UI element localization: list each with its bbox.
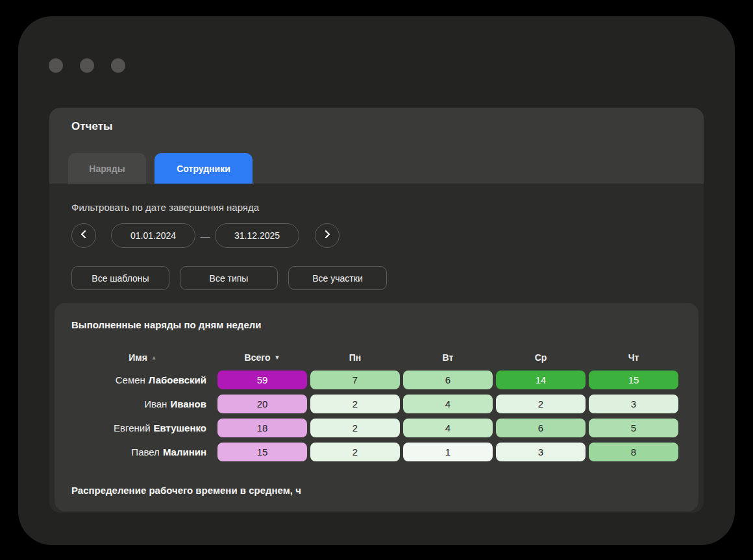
tab-naryady[interactable]: Наряды <box>68 153 146 184</box>
employee-last-name: Лабоевский <box>149 374 206 385</box>
chevron-right-icon <box>323 230 332 241</box>
table-cell: 59 <box>217 371 307 389</box>
employee-name: ИванИванов <box>71 395 214 413</box>
column-header-tue-label: Вт <box>443 352 454 363</box>
table-cell: 1 <box>403 443 493 461</box>
report-tabs: Наряды Сотрудники <box>68 153 253 184</box>
table-cell: 6 <box>496 419 586 437</box>
reports-card: Отчеты Наряды Сотрудники Фильтровать по … <box>49 108 704 513</box>
table-cell: 20 <box>217 395 307 413</box>
employee-first-name: Евгений <box>114 422 151 433</box>
page-title: Отчеты <box>71 120 113 133</box>
date-range-separator: — <box>195 230 215 241</box>
employee-last-name: Малинин <box>163 446 206 457</box>
employee-first-name: Семен <box>116 374 145 385</box>
templates-filter-button[interactable]: Все шаблоны <box>71 266 169 290</box>
column-header-total-label: Всего <box>245 352 271 363</box>
weekday-table: Имя ▲ Всего ▼ Пн Вт Ср <box>71 350 678 461</box>
table-cell: 6 <box>403 371 493 389</box>
sort-desc-icon: ▼ <box>274 355 280 361</box>
types-filter-label: Все типы <box>210 273 249 284</box>
table-cell: 15 <box>217 443 307 461</box>
column-header-thu: Чт <box>589 350 678 365</box>
date-range-controls: 01.01.2024 — 31.12.2025 <box>71 223 339 248</box>
column-header-total[interactable]: Всего ▼ <box>217 350 307 365</box>
templates-filter-label: Все шаблоны <box>92 273 149 284</box>
next-period-button[interactable] <box>315 223 339 248</box>
employee-name: ЕвгенийЕвтушенко <box>71 419 214 437</box>
tab-sotrudniki[interactable]: Сотрудники <box>154 153 253 184</box>
weekday-report-title: Выполненные наряды по дням недели <box>71 319 262 330</box>
app-window: Отчеты Наряды Сотрудники Фильтровать по … <box>18 16 735 545</box>
tab-naryady-label: Наряды <box>89 164 125 174</box>
table-cell: 18 <box>217 419 307 437</box>
types-filter-button[interactable]: Все типы <box>180 266 278 290</box>
reports-body: Фильтровать по дате завершения наряда 01… <box>49 184 704 513</box>
window-dot-maximize[interactable] <box>111 58 125 73</box>
sections-filter-button[interactable]: Все участки <box>288 266 387 290</box>
window-dot-close[interactable] <box>49 58 63 73</box>
filter-buttons: Все шаблоны Все типы Все участки <box>71 266 387 290</box>
column-header-name-label: Имя <box>129 352 147 363</box>
table-cell: 8 <box>589 443 678 461</box>
table-cell: 15 <box>589 371 678 389</box>
column-header-tue: Вт <box>403 350 493 365</box>
employee-last-name: Евтушенко <box>154 422 206 433</box>
column-header-wed-label: Ср <box>535 352 547 363</box>
table-cell: 2 <box>496 395 586 413</box>
window-dot-minimize[interactable] <box>80 58 94 73</box>
table-cell: 2 <box>310 419 400 437</box>
date-to-value: 31.12.2025 <box>234 230 280 241</box>
date-from-field[interactable]: 01.01.2024 <box>111 223 195 248</box>
employee-first-name: Павел <box>131 446 160 457</box>
time-distribution-title: Распределение рабочего времени в среднем… <box>71 485 301 496</box>
column-header-wed: Ср <box>496 350 586 365</box>
table-cell: 14 <box>496 371 586 389</box>
table-cell: 4 <box>403 419 493 437</box>
prev-period-button[interactable] <box>71 223 96 248</box>
window-controls <box>49 58 125 73</box>
sort-asc-icon: ▲ <box>151 355 157 361</box>
employee-name: СеменЛабоевский <box>71 371 214 389</box>
date-from-value: 01.01.2024 <box>130 230 176 241</box>
column-header-name[interactable]: Имя ▲ <box>71 350 214 365</box>
table-cell: 4 <box>403 395 493 413</box>
tab-sotrudniki-label: Сотрудники <box>177 164 230 174</box>
employee-last-name: Иванов <box>170 398 206 409</box>
table-cell: 2 <box>310 395 400 413</box>
table-cell: 7 <box>310 371 400 389</box>
column-header-thu-label: Чт <box>628 352 639 363</box>
column-header-mon-label: Пн <box>349 352 362 363</box>
date-to-field[interactable]: 31.12.2025 <box>215 223 299 248</box>
table-cell: 2 <box>310 443 400 461</box>
date-filter-label: Фильтровать по дате завершения наряда <box>71 202 259 213</box>
weekday-report-panel: Выполненные наряды по дням недели Имя ▲ … <box>55 303 698 511</box>
employee-name: ПавелМалинин <box>71 443 214 461</box>
reports-header: Отчеты Наряды Сотрудники <box>49 108 704 184</box>
table-cell: 3 <box>496 443 586 461</box>
sections-filter-label: Все участки <box>312 273 362 284</box>
column-header-mon: Пн <box>310 350 400 365</box>
employee-first-name: Иван <box>144 398 167 409</box>
table-cell: 3 <box>589 395 678 413</box>
chevron-left-icon <box>79 230 88 241</box>
table-cell: 5 <box>589 419 678 437</box>
